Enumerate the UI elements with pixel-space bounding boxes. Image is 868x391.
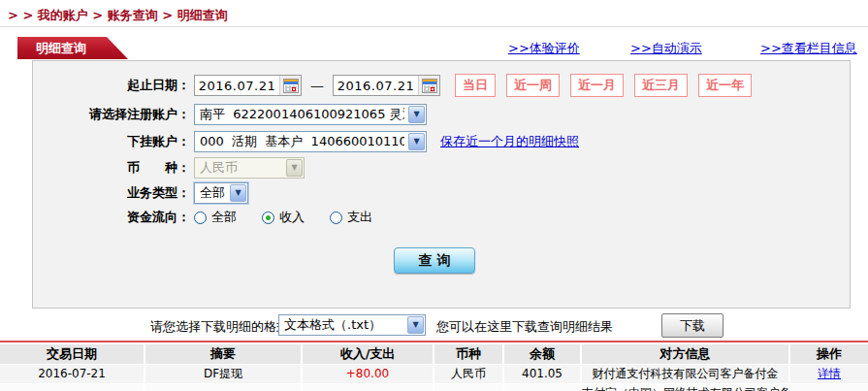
business-type-label: 业务类型：	[33, 184, 190, 202]
cell-amount	[303, 384, 434, 391]
dropdown-arrow-icon[interactable]: ▼	[408, 106, 425, 123]
cell-balance: 401.05	[504, 365, 582, 383]
table-row: 2016-07-21 DF提现 +80.00 人民币 401.05 财付通支付科…	[0, 365, 868, 384]
fund-flow-label: 资金流向：	[33, 209, 190, 226]
col-header-action: 操作	[790, 344, 868, 364]
sub-account-label: 下挂账户：	[33, 133, 190, 150]
currency-select: 人民币 ▼	[194, 157, 305, 179]
cell-currency	[434, 384, 504, 391]
sub-account-value: 000 活期 基本户 1406600101102571848	[200, 133, 404, 150]
quick-range-week-button[interactable]: 近一周	[506, 74, 560, 97]
table-row: 支付宝（中国）网络技术有限公司客户备付金	[0, 384, 868, 391]
date-to-input[interactable]: 2016.07.21	[333, 75, 440, 96]
register-account-label: 请选择注册账户：	[33, 106, 190, 123]
divider	[0, 26, 868, 27]
cell-balance	[504, 384, 582, 391]
fund-flow-row: 资金流向： 全部 收入 支出	[33, 209, 850, 226]
quick-range-3months-button[interactable]: 近三月	[634, 74, 688, 97]
register-account-select[interactable]: 南平 6222001406100921065 灵通卡 ▼	[194, 104, 427, 125]
date-from-input[interactable]: 2016.07.21	[194, 75, 302, 96]
breadcrumb: > > 我的账户 > 账务查询 > 明细查询	[8, 7, 228, 24]
link-view-column-info[interactable]: >>查看栏目信息	[760, 40, 857, 57]
quick-range-month-button[interactable]: 近一月	[570, 74, 624, 97]
download-hint-text: 您可以在这里下载查询明细结果	[436, 318, 613, 336]
table-top-divider	[0, 341, 868, 342]
col-header-balance: 余额	[504, 344, 582, 364]
dropdown-arrow-icon[interactable]: ▼	[408, 133, 425, 150]
cell-currency: 人民币	[434, 365, 504, 383]
business-type-value: 全部	[200, 184, 226, 202]
radio-flow-all-label: 全部	[211, 209, 237, 226]
calendar-icon	[422, 79, 437, 93]
col-header-summary: 摘要	[145, 344, 303, 364]
dropdown-arrow-icon[interactable]: ▼	[407, 316, 424, 334]
tab-detail-query[interactable]: 明细查询	[17, 37, 128, 59]
radio-flow-expense[interactable]: 支出	[330, 209, 372, 226]
detail-link[interactable]: 详情	[818, 367, 841, 380]
date-range-row: 起止日期： 2016.07.21 — 2016.07.21 当日 近一周 近一月…	[33, 74, 850, 97]
cell-counterparty: 财付通支付科技有限公司客户备付金	[582, 365, 790, 383]
date-from-value: 2016.07.21	[195, 79, 279, 93]
register-account-value: 南平 6222001406100921065 灵通卡	[200, 106, 404, 123]
calendar-icon	[283, 79, 299, 93]
cell-amount: +80.00	[303, 365, 434, 383]
register-account-row: 请选择注册账户： 南平 6222001406100921065 灵通卡 ▼	[33, 104, 850, 125]
radio-flow-income[interactable]: 收入	[262, 209, 305, 226]
business-type-row: 业务类型： 全部 ▼	[33, 182, 850, 204]
date-range-label: 起止日期：	[33, 77, 190, 94]
col-header-date: 交易日期	[0, 344, 145, 364]
currency-value: 人民币	[200, 159, 282, 177]
download-button[interactable]: 下载	[661, 313, 723, 338]
date-to-value: 2016.07.21	[334, 79, 418, 93]
cell-summary	[145, 384, 303, 391]
sub-account-row: 下挂账户： 000 活期 基本户 1406600101102571848 ▼ 保…	[33, 131, 850, 152]
cell-counterparty: 支付宝（中国）网络技术有限公司客户备付金	[582, 384, 790, 391]
sub-account-select[interactable]: 000 活期 基本户 1406600101102571848 ▼	[194, 131, 427, 152]
business-type-select[interactable]: 全部 ▼	[194, 182, 248, 204]
radio-icon	[262, 212, 274, 224]
save-snapshot-link[interactable]: 保存近一个月的明细快照	[440, 133, 579, 150]
download-format-select[interactable]: 文本格式（.txt） ▼	[278, 314, 426, 336]
col-header-amount: 收入/支出	[303, 344, 434, 364]
results-table: 交易日期 摘要 收入/支出 币种 余额 对方信息 操作 2016-07-21 D…	[0, 344, 868, 391]
cell-action	[790, 384, 868, 391]
col-header-currency: 币种	[434, 344, 504, 364]
query-button[interactable]: 查 询	[394, 247, 475, 274]
col-header-counterparty: 对方信息	[582, 344, 790, 364]
date-range-separator: —	[310, 78, 324, 93]
download-row: 请您选择下载明细的格式 文本格式（.txt） ▼ 您可以在这里下载查询明细结果 …	[0, 313, 868, 339]
cell-date: 2016-07-21	[0, 365, 145, 383]
radio-icon	[330, 212, 342, 224]
calendar-picker-button[interactable]	[279, 76, 301, 95]
download-format-value: 文本格式（.txt）	[284, 316, 403, 334]
quick-range-year-button[interactable]: 近一年	[698, 74, 752, 97]
radio-flow-expense-label: 支出	[347, 209, 372, 226]
radio-flow-income-label: 收入	[279, 209, 305, 226]
radio-icon	[194, 212, 207, 224]
quick-range-today-button[interactable]: 当日	[455, 74, 496, 97]
dropdown-arrow-icon: ▼	[286, 159, 303, 177]
dropdown-arrow-icon[interactable]: ▼	[230, 184, 246, 202]
radio-flow-all[interactable]: 全部	[194, 209, 237, 226]
link-experience-review[interactable]: >>体验评价	[508, 40, 580, 57]
calendar-picker-button[interactable]	[418, 76, 439, 95]
link-auto-demo[interactable]: >>自动演示	[630, 40, 702, 57]
currency-label: 币 种：	[33, 159, 190, 177]
table-header-row: 交易日期 摘要 收入/支出 币种 余额 对方信息 操作	[0, 344, 868, 365]
cell-summary: DF提现	[145, 365, 303, 383]
currency-row: 币 种： 人民币 ▼	[33, 157, 850, 179]
cell-date	[0, 384, 145, 391]
query-form-panel: 起止日期： 2016.07.21 — 2016.07.21 当日 近一周 近一月…	[32, 60, 851, 309]
download-format-label: 请您选择下载明细的格式	[150, 318, 289, 336]
